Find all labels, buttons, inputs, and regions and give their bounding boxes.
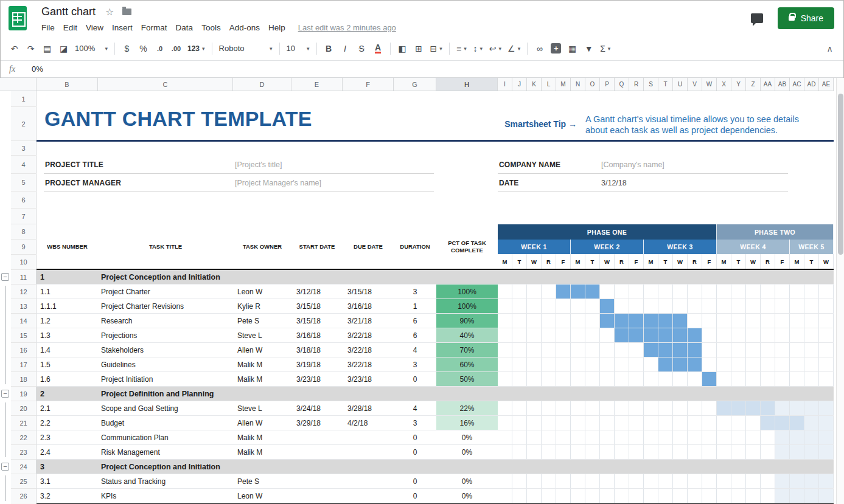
gantt-cell[interactable] [512,357,527,371]
cell-start-date[interactable]: 3/12/18 [291,285,343,299]
gantt-cell[interactable] [615,474,629,488]
more-formats-button[interactable]: 123▾ [184,40,208,57]
gantt-cell[interactable] [731,285,746,299]
gantt-cell[interactable] [746,343,761,357]
col-header-Y[interactable]: Y [731,78,746,91]
row-header-5[interactable]: 5 [11,174,37,192]
cell-task-title[interactable]: Communication Plan [98,430,233,444]
gantt-cell[interactable] [585,357,600,371]
gantt-cell[interactable] [702,343,717,357]
col-header-Q[interactable]: Q [615,78,629,91]
gantt-cell[interactable] [600,372,615,386]
gantt-cell[interactable] [819,285,834,299]
gantt-cell[interactable] [731,430,746,444]
gantt-cell[interactable] [761,401,775,415]
fill-color-button[interactable]: ◧ [394,40,411,57]
cell-due-date[interactable] [343,445,394,459]
cell-company-name-value[interactable]: [Company's name] [601,156,664,174]
select-all-corner[interactable] [0,78,37,91]
gantt-cell[interactable] [731,372,746,386]
gantt-cell[interactable] [571,299,585,313]
vertical-align-button[interactable]: ↕▾ [470,40,486,57]
text-color-button[interactable]: A [370,40,386,57]
gantt-cell[interactable] [688,357,702,371]
gantt-cell[interactable] [600,328,615,342]
gantt-cell[interactable] [775,314,790,328]
gantt-cell[interactable] [629,430,644,444]
gantt-cell[interactable] [644,328,658,342]
gantt-cell[interactable] [731,328,746,342]
gantt-cell[interactable] [761,285,775,299]
gantt-cell[interactable] [615,299,629,313]
section-gantt-area[interactable] [498,387,834,401]
gantt-cell[interactable] [746,328,761,342]
gantt-cell[interactable] [498,474,512,488]
gantt-cell[interactable] [615,401,629,415]
gantt-cell[interactable] [673,314,688,328]
cell-pct-complete[interactable]: 60% [436,357,498,371]
gantt-cell[interactable] [512,314,527,328]
col-header-AB[interactable]: AB [775,78,790,91]
gantt-cell[interactable] [498,357,512,371]
row-header-8[interactable]: 8 [11,224,37,240]
gantt-cell[interactable] [717,285,731,299]
gantt-cell[interactable] [512,372,527,386]
row-header-21[interactable]: 21 [11,416,37,430]
gantt-cell[interactable] [498,314,512,328]
italic-button[interactable]: I [337,40,354,57]
gantt-cell[interactable] [629,285,644,299]
gantt-cell[interactable] [688,299,702,313]
gantt-cell[interactable] [761,474,775,488]
gantt-cell[interactable] [746,372,761,386]
gantt-cell[interactable] [556,285,571,299]
gantt-cell[interactable] [688,474,702,488]
gantt-cell[interactable] [775,372,790,386]
cell-sheet-title[interactable]: GANTT CHART TEMPLATE [44,107,312,131]
gantt-cell[interactable] [804,343,819,357]
gantt-cell[interactable] [542,474,556,488]
gantt-cell[interactable] [688,314,702,328]
gantt-cell[interactable] [629,328,644,342]
gantt-cell[interactable] [600,314,615,328]
row-header-23[interactable]: 23 [11,445,37,460]
gantt-cell[interactable] [585,328,600,342]
gantt-cell[interactable] [804,285,819,299]
gantt-cell[interactable] [585,372,600,386]
gantt-cell[interactable] [629,372,644,386]
vertical-scrollbar[interactable] [836,78,844,504]
col-header-R[interactable]: R [629,78,644,91]
gantt-cell[interactable] [702,328,717,342]
gantt-cell[interactable] [644,474,658,488]
cell-wbs[interactable]: 3.1 [37,474,98,488]
gantt-cell[interactable] [702,357,717,371]
gantt-cell[interactable] [600,285,615,299]
gantt-cell[interactable] [600,489,615,503]
gantt-cell[interactable] [790,430,804,444]
row-header-25[interactable]: 25 [11,474,37,489]
cell-due-date[interactable]: 3/16/18 [343,299,394,313]
gantt-cell[interactable] [775,416,790,430]
format-currency-button[interactable]: $ [119,40,135,57]
cell-due-date[interactable]: 3/22/18 [343,357,394,371]
cell-duration[interactable]: 0 [394,372,436,386]
gantt-cell[interactable] [571,474,585,488]
gantt-cell[interactable] [819,299,834,313]
cell-wbs[interactable]: 1.1 [37,285,98,299]
gantt-cell[interactable] [673,372,688,386]
cell-start-date[interactable]: 3/24/18 [291,401,343,415]
cell-section-number[interactable]: 3 [37,460,98,474]
gantt-cell[interactable] [731,445,746,459]
cell-due-date[interactable] [343,474,394,488]
cell-pct-complete[interactable]: 22% [436,401,498,415]
gantt-cell[interactable] [585,285,600,299]
gantt-cell[interactable] [804,445,819,459]
menu-data[interactable]: Data [172,23,198,32]
undo-button[interactable]: ↶ [6,40,23,57]
gantt-cell[interactable] [790,474,804,488]
gantt-cell[interactable] [658,474,673,488]
gantt-cell[interactable] [600,474,615,488]
borders-button[interactable]: ⊞ [411,40,427,57]
cell-task-title[interactable]: Projections [98,328,233,342]
increase-decimal-button[interactable]: .00 [168,40,184,57]
cell-due-date[interactable] [343,430,394,444]
